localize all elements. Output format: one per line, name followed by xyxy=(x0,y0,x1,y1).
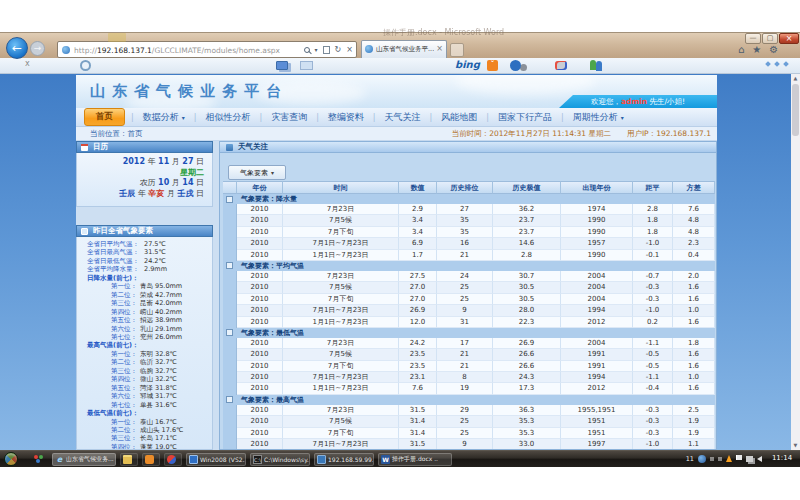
url-text[interactable]: http://192.168.137.1/GLCCLIMATE/modules/… xyxy=(74,46,280,55)
nav-item-1[interactable]: 数据分析▾ xyxy=(134,111,194,124)
collapse-icon[interactable] xyxy=(226,196,233,203)
table-cell: -0.1 xyxy=(633,250,673,261)
network-icon[interactable] xyxy=(746,456,753,462)
cards-icon[interactable] xyxy=(276,61,288,70)
group-header-label: 气象要素：平均气温 xyxy=(237,261,304,271)
window-minimize-button[interactable]: — xyxy=(745,33,761,44)
taskbar-button-win2008[interactable]: Win2008 (VS2... xyxy=(186,453,246,466)
volume-icon[interactable] xyxy=(757,456,762,462)
mail-icon[interactable] xyxy=(300,61,313,70)
table-cell: 35 xyxy=(437,215,493,226)
collapse-icon[interactable] xyxy=(226,329,233,336)
scrollbar-thumb[interactable] xyxy=(792,84,799,136)
column-header-6[interactable]: 出现年份 xyxy=(561,181,633,194)
more-dot-icon[interactable] xyxy=(783,61,789,67)
tools-gear-icon[interactable]: ⚙ xyxy=(769,44,778,56)
address-bar[interactable]: http://192.168.137.1/GLCCLIMATE/modules/… xyxy=(57,41,357,58)
favorites-star-icon[interactable]: ★ xyxy=(752,44,761,56)
nav-item-8[interactable]: 周期性分析▾ xyxy=(564,111,633,124)
compatibility-view-icon[interactable] xyxy=(323,46,330,54)
collapse-icon[interactable] xyxy=(226,262,233,269)
table-cell: 23.5 xyxy=(399,361,437,372)
taskbar-button-remote-desktop[interactable]: 192.168.59.99... xyxy=(314,453,374,466)
tray-count[interactable]: 11 xyxy=(686,455,694,463)
column-header-2[interactable]: 时间 xyxy=(283,181,399,194)
home-icon[interactable]: ⌂ xyxy=(738,44,744,56)
flame-icon[interactable] xyxy=(726,455,732,462)
column-header-8[interactable]: 方差 xyxy=(673,181,715,194)
people-icon[interactable] xyxy=(590,60,596,70)
weather-row: 第五位：招远 38.9mm xyxy=(77,316,212,324)
tab-title: 山东省气候业务平... xyxy=(376,45,434,54)
cmd-icon: C:\ xyxy=(253,455,262,464)
table-cell: 8 xyxy=(437,372,493,383)
weather-row: 第一位：东明 32.8℃ xyxy=(77,350,212,358)
collapse-icon[interactable] xyxy=(226,396,233,403)
refresh-icon[interactable]: ↻ xyxy=(335,45,342,55)
weather-label: 全省日平均气温： xyxy=(77,240,141,248)
more-dot-icon[interactable] xyxy=(774,61,780,67)
welcome-ribbon: 欢迎您，admin 先生/小姐! xyxy=(559,95,717,108)
toolbar-close-icon[interactable]: x xyxy=(25,59,30,68)
browser-tab[interactable]: 山东省气候业务平... × xyxy=(361,40,447,58)
palette-icon[interactable] xyxy=(555,61,567,70)
weather-section-label: 最低气温(前七)： xyxy=(77,409,138,417)
table-cell: 2010 xyxy=(237,238,283,249)
camera-icon[interactable] xyxy=(510,60,521,71)
scroll-up-arrow[interactable]: ▲ xyxy=(791,74,800,83)
nav-item-6[interactable]: 风能地图 xyxy=(432,111,486,124)
nav-item-4[interactable]: 整编资料 xyxy=(319,111,373,124)
stop-icon[interactable]: × xyxy=(346,45,353,55)
nav-item-5[interactable]: 天气关注 xyxy=(376,111,430,124)
search-icon[interactable] xyxy=(304,47,310,53)
taskbar-button-cmd[interactable]: C:\C:\Windows\sy... xyxy=(250,453,310,466)
table-cell: 7月1日~7月23日 xyxy=(283,238,399,249)
table-cell: 2010 xyxy=(237,416,283,427)
current-time: 当前时间：2012年11月27日 11:14:31 星期二 xyxy=(452,129,611,138)
taskbar-button-folder[interactable] xyxy=(120,453,138,466)
site-title: 山东省气候业务平台 xyxy=(90,82,288,101)
column-header-1[interactable]: 年份 xyxy=(237,181,283,194)
taskbar-button-word-doc[interactable]: W操作手册.docx .. xyxy=(378,453,452,466)
nav-item-2[interactable]: 相似性分析 xyxy=(196,111,259,124)
new-tab-button[interactable] xyxy=(450,43,464,57)
taskbar-clock[interactable]: 11:14 xyxy=(766,452,798,465)
vertical-scrollbar[interactable]: ▲ ▼ xyxy=(791,74,800,450)
window-maximize-button[interactable]: ▢ xyxy=(762,33,778,44)
toolbar-circle-icon[interactable] xyxy=(80,60,91,71)
toolbar-orange-button[interactable]: ˇ xyxy=(487,60,498,71)
browser-forward-button[interactable]: → xyxy=(30,41,45,56)
browser-back-button[interactable]: ← xyxy=(6,37,28,59)
taskbar-button-app-orange[interactable] xyxy=(142,453,160,466)
table-cell: 27.5 xyxy=(399,271,437,282)
pinned-app-icon[interactable] xyxy=(34,455,38,459)
element-filter-button[interactable]: 气象要素▾ xyxy=(228,165,286,180)
bing-logo[interactable]: bing xyxy=(455,59,480,70)
start-button[interactable] xyxy=(4,452,18,466)
column-header-3[interactable]: 数值 xyxy=(399,181,437,194)
table-cell: 7月下旬 xyxy=(283,361,399,372)
taskbar-button-media-player[interactable] xyxy=(164,453,182,466)
tray-icon[interactable] xyxy=(718,457,722,461)
window-close-button[interactable]: × xyxy=(779,33,799,44)
weather-summary-panel: 昨日全省气象要素 全省日平均气温：27.5℃全省日最高气温：31.5℃全省日最低… xyxy=(76,225,213,450)
nav-item-3[interactable]: 灾害查询 xyxy=(262,111,316,124)
table-cell: 23.7 xyxy=(493,227,561,238)
nav-item-home[interactable]: 首页 xyxy=(84,108,125,126)
weather-row: 第二位：成山头 17.6℃ xyxy=(77,426,212,434)
nav-item-7[interactable]: 国家下行产品 xyxy=(489,111,561,124)
weather-row: 第三位：昆嵛 42.0mm xyxy=(77,299,212,307)
scroll-down-arrow[interactable]: ▼ xyxy=(791,441,800,450)
data-table: 年份时间数值历史排位历史极值出现年份距平方差气象要素：降水量20107月23日2… xyxy=(223,181,715,450)
tray-icon[interactable] xyxy=(710,457,714,461)
column-header-4[interactable]: 历史排位 xyxy=(437,181,493,194)
column-header-7[interactable]: 距平 xyxy=(633,181,673,194)
search-dropdown-icon[interactable]: ▾ xyxy=(315,45,318,55)
action-center-flag-icon[interactable] xyxy=(736,455,742,460)
taskbar-button-ie-window[interactable]: e山东省气候业务... xyxy=(52,453,116,466)
tab-close-icon[interactable]: × xyxy=(436,44,443,53)
column-header-5[interactable]: 历史极值 xyxy=(493,181,561,194)
table-cell: 9 xyxy=(437,305,493,316)
network-globe-icon[interactable] xyxy=(698,455,706,463)
more-dot-icon[interactable] xyxy=(765,61,771,67)
